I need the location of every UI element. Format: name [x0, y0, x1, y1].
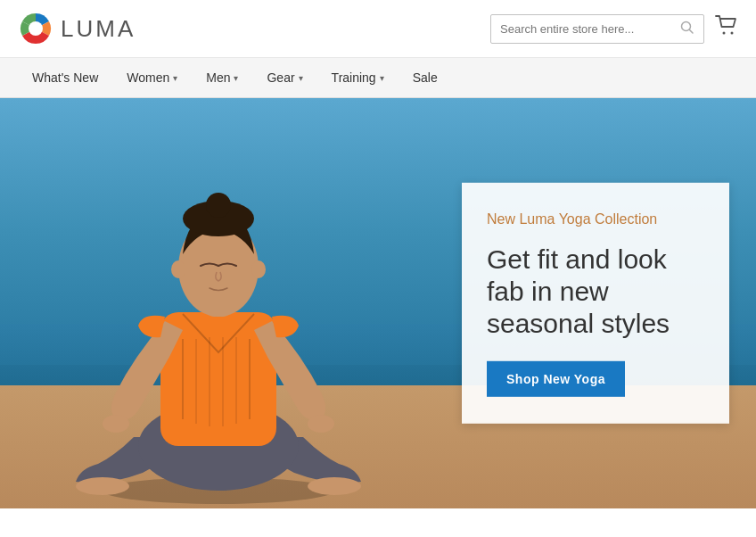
nav-label-whats-new: What's New	[32, 70, 98, 85]
site-header: LUMA	[0, 0, 756, 58]
promo-subtitle: New Luma Yoga Collection	[487, 210, 704, 229]
svg-point-4	[723, 32, 726, 35]
chevron-down-icon: ▾	[299, 73, 303, 83]
nav-link-women[interactable]: Women ▾	[112, 58, 192, 97]
nav-item-men: Men ▾	[192, 58, 252, 97]
nav-label-women: Women	[127, 70, 169, 85]
luma-logo-icon	[18, 11, 53, 46]
nav-item-sale: Sale	[399, 58, 452, 97]
nav-item-gear: Gear ▾	[252, 58, 316, 97]
svg-line-3	[690, 29, 694, 33]
nav-link-men[interactable]: Men ▾	[192, 58, 252, 97]
hero-background: New Luma Yoga Collection Get fit and loo…	[0, 98, 756, 508]
chevron-down-icon: ▾	[234, 73, 238, 83]
promo-card: New Luma Yoga Collection Get fit and loo…	[462, 183, 729, 424]
nav-list: What's New Women ▾ Men ▾ Gear ▾ Training	[18, 58, 738, 97]
svg-point-24	[308, 477, 361, 495]
nav-item-whats-new: What's New	[18, 58, 112, 97]
svg-point-20	[206, 193, 231, 218]
search-button[interactable]	[680, 21, 694, 37]
nav-label-men: Men	[206, 70, 230, 85]
logo-text: LUMA	[61, 15, 136, 43]
nav-link-sale[interactable]: Sale	[399, 58, 452, 97]
nav-label-gear: Gear	[267, 70, 294, 85]
nav-label-sale: Sale	[413, 70, 438, 85]
search-icon	[680, 21, 694, 35]
nav-item-women: Women ▾	[112, 58, 192, 97]
yoga-person-svg	[27, 116, 410, 508]
svg-point-22	[251, 260, 266, 278]
shop-new-yoga-button[interactable]: Shop New Yoga	[487, 361, 625, 397]
nav-item-training: Training ▾	[317, 58, 399, 97]
logo-area: LUMA	[18, 11, 136, 46]
nav-label-training: Training	[332, 70, 376, 85]
promo-title: Get fit and look fab in new seasonal sty…	[487, 244, 704, 340]
svg-point-16	[308, 415, 334, 433]
nav-link-whats-new[interactable]: What's New	[18, 58, 112, 97]
svg-point-21	[171, 260, 185, 278]
nav-link-gear[interactable]: Gear ▾	[252, 58, 316, 97]
svg-point-1	[29, 21, 43, 36]
hero-person	[27, 116, 410, 508]
chevron-down-icon: ▾	[380, 73, 384, 83]
svg-point-15	[103, 415, 129, 433]
svg-point-23	[76, 477, 129, 495]
header-right	[490, 14, 738, 44]
search-bar	[490, 14, 704, 44]
main-nav: What's New Women ▾ Men ▾ Gear ▾ Training	[0, 58, 756, 98]
nav-link-training[interactable]: Training ▾	[317, 58, 399, 97]
svg-point-5	[731, 32, 734, 35]
search-input[interactable]	[500, 22, 680, 36]
cart-icon	[715, 15, 738, 37]
cart-button[interactable]	[715, 15, 738, 42]
hero-banner: New Luma Yoga Collection Get fit and loo…	[0, 98, 756, 508]
chevron-down-icon: ▾	[173, 73, 177, 83]
